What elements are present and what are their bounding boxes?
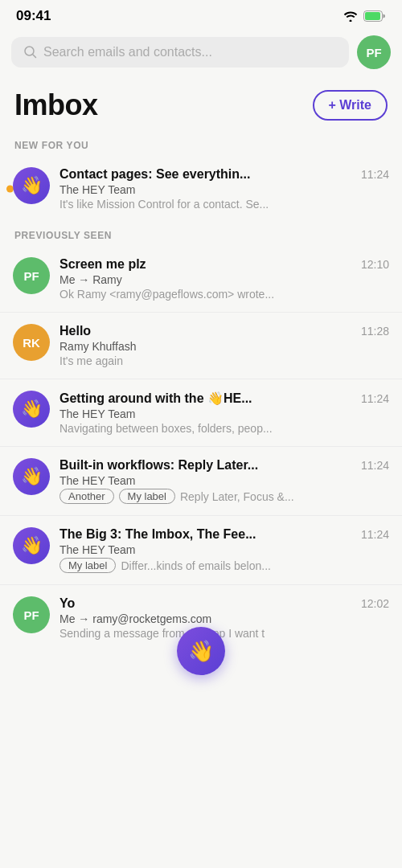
email-time: 11:24	[361, 459, 389, 472]
hey-wave-icon: 👋	[21, 400, 43, 418]
page-title: Imbox	[14, 88, 98, 122]
email-top: Built-in workflows: Reply Later... 11:24	[59, 458, 389, 473]
write-button[interactable]: + Write	[313, 90, 388, 121]
email-sender: The HEY Team	[59, 183, 389, 196]
email-time: 11:28	[361, 325, 389, 338]
email-subject: The Big 3: The Imbox, The Fee...	[59, 527, 256, 542]
email-top: Hello 11:28	[59, 324, 389, 338]
avatar: 👋	[13, 391, 50, 428]
email-sender: The HEY Team	[59, 474, 389, 487]
email-top: Getting around with the 👋HE... 11:24	[59, 391, 389, 406]
avatar: RK	[13, 324, 50, 361]
status-time: 09:41	[16, 8, 51, 24]
section-previously-seen: PREVIOUSLY SEEN	[0, 222, 402, 246]
tag-my-label[interactable]: My label	[59, 558, 116, 573]
email-item[interactable]: PF Screen me plz 12:10 Me → Ramy Ok Ramy…	[0, 246, 402, 313]
fab-button[interactable]: 👋	[177, 627, 225, 675]
email-content: Screen me plz 12:10 Me → Ramy Ok Ramy <r…	[59, 257, 389, 301]
tag-another[interactable]: Another	[59, 489, 114, 504]
search-row: Search emails and contacts... PF	[0, 29, 402, 76]
email-top: Contact pages: See everythin... 11:24	[59, 167, 389, 182]
svg-rect-1	[365, 12, 380, 20]
fab-hey-icon: 👋	[188, 639, 214, 664]
email-tags: Another My label Reply Later, Focus &...	[59, 489, 389, 504]
email-sender: Me → Ramy	[59, 273, 389, 286]
email-content: Getting around with the 👋HE... 11:24 The…	[59, 391, 389, 435]
email-time: 12:02	[361, 597, 389, 610]
avatar: 👋	[13, 527, 50, 564]
email-tags: My label Differ...kinds of emails belon.…	[59, 558, 389, 573]
email-subject: Built-in workflows: Reply Later...	[59, 458, 258, 473]
email-subject: Yo	[59, 596, 75, 611]
previous-emails-list: PF Screen me plz 12:10 Me → Ramy Ok Ramy…	[0, 246, 402, 651]
email-subject: Hello	[59, 324, 91, 338]
email-sender: The HEY Team	[59, 407, 389, 420]
avatar: PF	[13, 257, 50, 294]
header: Imbox + Write	[0, 76, 402, 132]
email-item[interactable]: 👋 Getting around with the 👋HE... 11:24 T…	[0, 379, 402, 447]
avatar: 👋	[13, 458, 50, 495]
new-emails-list: 👋 Contact pages: See everythin... 11:24 …	[0, 156, 402, 222]
avatar: 👋	[13, 167, 50, 204]
email-top: Screen me plz 12:10	[59, 257, 389, 272]
status-icons	[343, 10, 386, 22]
email-time: 11:24	[361, 168, 389, 181]
email-subject: Contact pages: See everythin...	[59, 167, 250, 182]
email-preview: It's like Mission Control for a contact.…	[59, 198, 389, 211]
email-subject: Getting around with the 👋HE...	[59, 391, 252, 406]
email-top: The Big 3: The Imbox, The Fee... 11:24	[59, 527, 389, 542]
email-content: Contact pages: See everythin... 11:24 Th…	[59, 167, 389, 211]
email-item[interactable]: 👋 The Big 3: The Imbox, The Fee... 11:24…	[0, 516, 402, 585]
email-time: 12:10	[361, 258, 389, 271]
email-preview: Ok Ramy <ramy@pageflows.com> wrote...	[59, 288, 389, 301]
email-time: 11:24	[361, 528, 389, 541]
tag-my-label[interactable]: My label	[119, 489, 175, 504]
email-sender: Me → ramy@rocketgems.com	[59, 612, 389, 625]
email-subject: Screen me plz	[59, 257, 146, 272]
email-top: Yo 12:02	[59, 596, 389, 611]
hey-wave-icon: 👋	[21, 537, 43, 555]
user-avatar[interactable]: PF	[357, 35, 391, 69]
email-content: Built-in workflows: Reply Later... 11:24…	[59, 458, 389, 504]
section-new-for-you: NEW FOR YOU	[0, 132, 402, 156]
email-preview: It's me again	[59, 354, 389, 367]
hey-wave-icon: 👋	[21, 177, 43, 194]
tags-preview: Differ...kinds of emails belon...	[121, 559, 389, 572]
email-item[interactable]: RK Hello 11:28 Ramy Khuffash It's me aga…	[0, 313, 402, 379]
email-preview: Navigating between boxes, folders, peop.…	[59, 422, 389, 435]
tags-preview: Reply Later, Focus &...	[180, 490, 389, 503]
search-placeholder: Search emails and contacts...	[43, 45, 212, 59]
email-time: 11:24	[361, 392, 389, 405]
email-item[interactable]: 👋 Built-in workflows: Reply Later... 11:…	[0, 447, 402, 516]
email-content: Hello 11:28 Ramy Khuffash It's me again	[59, 324, 389, 367]
wifi-icon	[343, 10, 359, 22]
battery-icon	[363, 10, 386, 22]
email-item[interactable]: 👋 Contact pages: See everythin... 11:24 …	[0, 156, 402, 222]
svg-point-2	[25, 47, 34, 55]
status-bar: 09:41	[0, 0, 402, 29]
search-bar[interactable]: Search emails and contacts...	[11, 37, 349, 68]
email-sender: Ramy Khuffash	[59, 340, 389, 353]
email-content: The Big 3: The Imbox, The Fee... 11:24 T…	[59, 527, 389, 573]
hey-wave-icon: 👋	[21, 468, 43, 485]
search-icon	[24, 46, 37, 59]
email-sender: The HEY Team	[59, 543, 389, 556]
